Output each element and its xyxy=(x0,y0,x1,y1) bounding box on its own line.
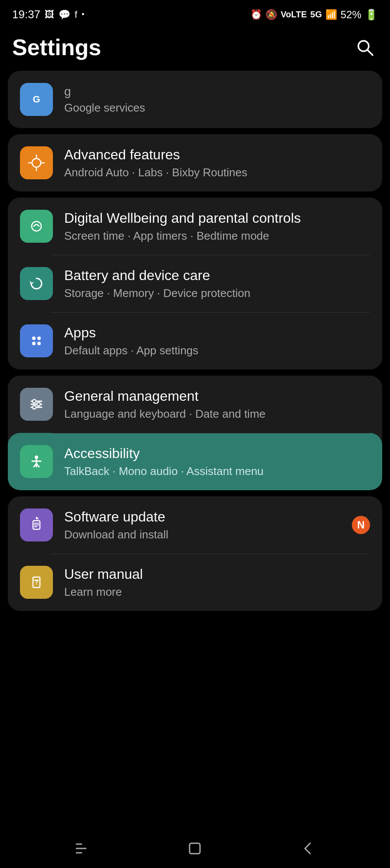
status-left: 19:37 🖼 💬 f • xyxy=(12,8,85,21)
facebook-icon: f xyxy=(75,9,77,20)
icon-google-services: G xyxy=(20,83,53,116)
item-google-services[interactable]: G g Google services xyxy=(8,71,382,128)
card-group3: Digital Wellbeing and parental controls … xyxy=(8,198,382,370)
item-text-google-services: g Google services xyxy=(64,84,370,115)
icon-battery-care xyxy=(20,267,53,300)
home-button[interactable] xyxy=(180,833,210,864)
svg-point-14 xyxy=(32,337,36,340)
settings-list: G g Google services A xyxy=(0,71,390,611)
item-text-apps: Apps Default apps · App settings xyxy=(64,324,370,357)
item-battery-care[interactable]: Battery and device care Storage · Memory… xyxy=(8,255,382,312)
volte-icon: VoLTE xyxy=(281,10,307,20)
item-title-user-manual: User manual xyxy=(64,566,370,582)
battery-icon: 🔋 xyxy=(365,9,378,21)
status-bar: 19:37 🖼 💬 f • ⏰ 🔕 VoLTE 5G 📶 52% 🔋 xyxy=(0,0,390,26)
item-title-battery-care: Battery and device care xyxy=(64,267,370,284)
svg-point-12 xyxy=(28,275,45,292)
card-google-services: G g Google services xyxy=(8,71,382,128)
svg-point-22 xyxy=(33,399,36,403)
item-subtitle-user-manual: Learn more xyxy=(64,585,370,599)
item-digital-wellbeing[interactable]: Digital Wellbeing and parental controls … xyxy=(8,198,382,255)
item-text-battery-care: Battery and device care Storage · Memory… xyxy=(64,267,370,300)
svg-point-24 xyxy=(33,406,36,409)
svg-point-17 xyxy=(37,342,41,345)
svg-point-13 xyxy=(28,332,45,350)
svg-point-10 xyxy=(28,218,45,235)
alarm-icon: ⏰ xyxy=(250,9,262,20)
item-accessibility[interactable]: Accessibility TalkBack · Mono audio · As… xyxy=(8,433,382,490)
item-subtitle-advanced-features: Android Auto · Labs · Bixby Routines xyxy=(64,166,370,179)
item-advanced-features[interactable]: Advanced features Android Auto · Labs · … xyxy=(8,134,382,191)
card-group5: Software update Download and install N ?… xyxy=(8,496,382,611)
item-title-general-management: General management xyxy=(64,388,370,404)
item-subtitle-software-update: Download and install xyxy=(64,528,352,541)
icon-general-management xyxy=(20,388,53,421)
bottom-nav xyxy=(0,829,390,868)
svg-point-23 xyxy=(37,403,40,406)
item-subtitle-apps: Default apps · App settings xyxy=(64,344,370,357)
item-subtitle-digital-wellbeing: Screen time · App timers · Bedtime mode xyxy=(64,229,370,243)
item-subtitle-battery-care: Storage · Memory · Device protection xyxy=(64,287,370,300)
item-title-digital-wellbeing: Digital Wellbeing and parental controls xyxy=(64,210,370,226)
mute-icon: 🔕 xyxy=(265,9,277,20)
badge-n: N xyxy=(352,516,370,534)
item-title-software-update: Software update xyxy=(64,508,352,525)
item-title-google-services: g xyxy=(64,84,370,99)
item-title-advanced-features: Advanced features xyxy=(64,146,370,163)
item-text-accessibility: Accessibility TalkBack · Mono audio · As… xyxy=(64,445,370,478)
recent-apps-button[interactable] xyxy=(67,833,98,864)
page-title: Settings xyxy=(12,34,101,60)
back-button[interactable] xyxy=(292,833,323,864)
item-text-advanced-features: Advanced features Android Auto · Labs · … xyxy=(64,146,370,179)
icon-software-update xyxy=(20,508,53,541)
messenger-icon: 💬 xyxy=(59,9,70,20)
icon-user-manual: ? xyxy=(20,566,53,599)
icon-advanced-features xyxy=(20,146,53,179)
item-text-digital-wellbeing: Digital Wellbeing and parental controls … xyxy=(64,210,370,242)
dot-icon: • xyxy=(82,10,84,19)
header: Settings xyxy=(0,26,390,71)
icon-accessibility xyxy=(20,445,53,478)
card-group4: General management Language and keyboard… xyxy=(8,376,382,490)
card-advanced-features: Advanced features Android Auto · Labs · … xyxy=(8,134,382,191)
status-right: ⏰ 🔕 VoLTE 5G 📶 52% 🔋 xyxy=(250,9,378,21)
item-text-software-update: Software update Download and install xyxy=(64,508,352,541)
signal-icon: 📶 xyxy=(325,9,337,20)
item-general-management[interactable]: General management Language and keyboard… xyxy=(8,376,382,433)
item-title-accessibility: Accessibility xyxy=(64,445,370,462)
status-time: 19:37 xyxy=(12,8,40,21)
svg-rect-43 xyxy=(190,843,200,854)
item-apps[interactable]: Apps Default apps · App settings xyxy=(8,312,382,370)
5g-icon: 5G xyxy=(310,10,322,20)
svg-text:G: G xyxy=(33,94,40,105)
battery-percent: 52% xyxy=(341,9,361,21)
svg-point-16 xyxy=(32,342,36,345)
svg-line-1 xyxy=(367,50,373,55)
item-user-manual[interactable]: ? User manual Learn more xyxy=(8,554,382,611)
item-software-update[interactable]: Software update Download and install N xyxy=(8,496,382,554)
svg-point-26 xyxy=(35,455,38,459)
item-subtitle-accessibility: TalkBack · Mono audio · Assistant menu xyxy=(64,465,370,478)
item-subtitle-general-management: Language and keyboard · Date and time xyxy=(64,407,370,421)
icon-digital-wellbeing xyxy=(20,210,53,243)
photo-icon: 🖼 xyxy=(45,9,54,20)
search-button[interactable] xyxy=(352,34,378,60)
item-text-general-management: General management Language and keyboard… xyxy=(64,388,370,420)
item-text-user-manual: User manual Learn more xyxy=(64,566,370,598)
svg-point-15 xyxy=(37,337,41,340)
item-title-apps: Apps xyxy=(64,324,370,341)
item-subtitle-google-services: Google services xyxy=(64,101,370,115)
icon-apps xyxy=(20,324,53,357)
